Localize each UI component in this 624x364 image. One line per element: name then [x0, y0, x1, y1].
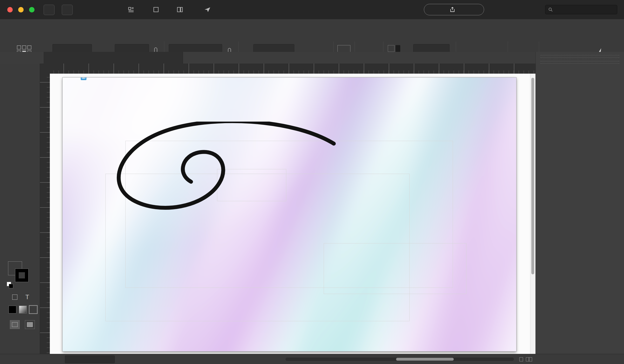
minimize-window-button[interactable] [18, 7, 24, 12]
apply-color-button[interactable] [9, 306, 16, 313]
formatting-affects-text-button[interactable]: T [23, 293, 32, 302]
arrange-documents-icon [177, 6, 183, 13]
close-window-button[interactable] [7, 7, 13, 12]
container-icon [12, 295, 17, 300]
control-panel [0, 19, 624, 52]
transparency-icon[interactable] [461, 44, 470, 53]
formatting-affects-container-button[interactable] [10, 293, 19, 302]
search-icon [548, 7, 553, 12]
apply-gradient-button[interactable] [19, 306, 27, 313]
stroke-color-swatch[interactable] [15, 269, 29, 282]
publish-online-button[interactable] [424, 4, 484, 15]
view-options-combo[interactable] [128, 0, 137, 19]
arrange-documents-combo[interactable] [177, 0, 186, 19]
horizontal-scroll-thumb[interactable] [396, 358, 454, 361]
stock-button[interactable] [62, 5, 73, 15]
horizontal-ruler[interactable] [50, 64, 535, 74]
normal-view-mode-button[interactable] [10, 320, 20, 329]
lounge-text-frame[interactable] [324, 243, 466, 294]
view-options-icon [128, 6, 134, 13]
align-icon-b[interactable] [371, 44, 379, 53]
flourish-swash [101, 122, 340, 218]
zoom-level-combo[interactable] [79, 0, 82, 19]
w-stepper[interactable] [108, 44, 113, 53]
ruler-origin-corner[interactable] [40, 64, 50, 74]
shear-combo[interactable] [253, 44, 294, 53]
spread-view-icon[interactable] [526, 357, 532, 361]
share-icon [204, 6, 211, 13]
stroke-weight-combo[interactable] [413, 44, 450, 53]
preview-icon [27, 322, 33, 327]
status-bar [0, 354, 624, 364]
indesign-window: T [0, 0, 624, 364]
swap-fill-stroke-icon[interactable] [28, 260, 37, 268]
fill-swatch[interactable] [388, 45, 395, 52]
document-tab[interactable] [44, 52, 183, 64]
document-vertical-scrollbar[interactable] [530, 74, 536, 354]
drop-shadow-icon[interactable] [472, 44, 481, 53]
page-number-combo[interactable] [65, 355, 115, 363]
panel-dock [535, 52, 624, 364]
preview-mode-button[interactable] [25, 320, 35, 329]
x-stepper[interactable] [46, 44, 50, 53]
stroke-weight-stepper[interactable] [406, 44, 411, 53]
fill-flyout-button[interactable] [396, 45, 400, 52]
normal-view-icon [12, 322, 18, 327]
effects-button[interactable] [484, 44, 495, 53]
apply-none-button[interactable] [29, 306, 37, 313]
panel-drag-grip[interactable] [540, 61, 619, 64]
text-wrap-icon-a[interactable] [513, 44, 522, 53]
zoom-window-button[interactable] [29, 7, 35, 12]
bridge-button[interactable] [44, 5, 55, 15]
workspace-switcher[interactable] [497, 0, 500, 19]
vertical-ruler[interactable] [40, 74, 50, 354]
screen-mode-combo[interactable] [153, 0, 162, 19]
text-wrap-icon-b[interactable] [524, 44, 533, 53]
rotate-ccw-icon[interactable] [319, 44, 328, 53]
gear-icon[interactable] [612, 40, 621, 49]
app-bar [0, 0, 624, 19]
single-page-view-icon[interactable] [519, 357, 523, 361]
vertical-scroll-thumb[interactable] [531, 78, 534, 274]
stock-search-input[interactable] [555, 6, 608, 13]
document-page[interactable] [63, 78, 516, 351]
align-icon-a[interactable] [360, 44, 369, 53]
shear-icon [243, 44, 251, 53]
default-stroke-swatch[interactable] [9, 284, 13, 288]
document-tab-bar [0, 52, 535, 64]
rotate-cw-icon[interactable] [307, 44, 316, 53]
preflight-status-dot [225, 358, 228, 361]
document-viewport[interactable] [50, 74, 530, 354]
stock-search [545, 5, 617, 14]
share-button[interactable] [204, 0, 211, 19]
screen-mode-icon [153, 6, 159, 13]
publish-icon [449, 6, 456, 13]
tools-panel: T [0, 64, 40, 354]
frame-link-badge-icon [81, 78, 86, 80]
panel-drag-grip[interactable] [540, 55, 619, 58]
horizontal-scrollbar[interactable] [286, 358, 514, 361]
x-position-field[interactable] [52, 44, 92, 53]
frame-fitting-combo[interactable] [169, 44, 222, 53]
width-field[interactable] [115, 44, 149, 53]
